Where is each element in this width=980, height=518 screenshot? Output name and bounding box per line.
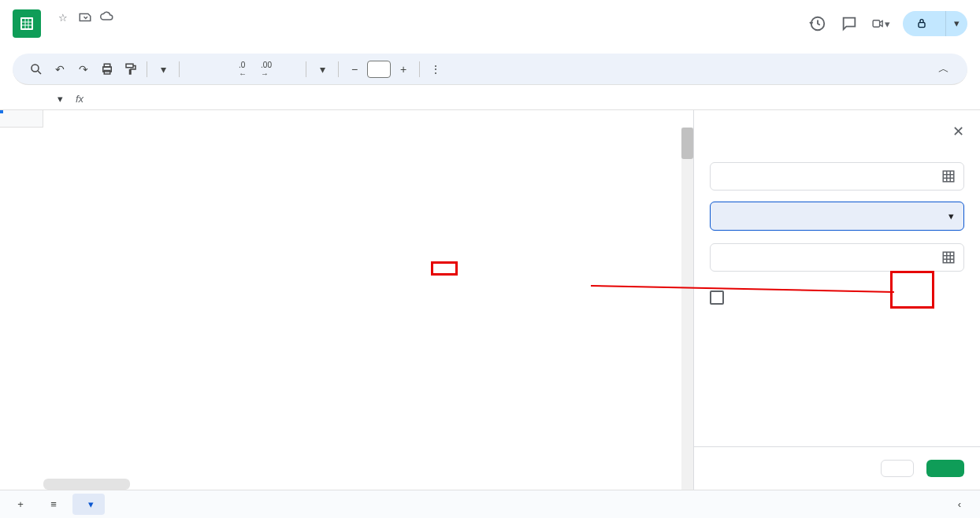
done-button[interactable] [926,460,964,477]
add-sheet-button[interactable]: + [6,494,35,516]
font-size-input[interactable] [367,61,391,78]
sheets-logo[interactable] [13,9,41,38]
currency-icon[interactable] [184,58,206,80]
multi-select-checkbox[interactable] [710,290,724,305]
select-source-range-icon[interactable] [941,250,956,265]
chevron-down-icon: ▾ [58,93,63,105]
svg-rect-7 [919,23,925,28]
vertical-scrollbar[interactable] [681,128,693,490]
fx-icon: fx [76,93,84,105]
condition-select[interactable]: ▾ [710,202,964,231]
annotation-label [431,261,458,276]
increase-decimal-icon[interactable]: .00→ [255,58,277,80]
svg-rect-18 [943,252,954,263]
apply-range-input-wrap [710,162,964,191]
delete-rule-button[interactable] [881,460,914,477]
close-icon[interactable]: ✕ [952,123,964,140]
search-icon[interactable] [25,58,47,80]
menu-insert[interactable] [91,30,104,36]
font-select[interactable]: ▾ [311,58,333,80]
move-icon[interactable] [77,9,93,25]
data-validation-sidebar: ✕ ▾ [693,110,980,490]
number-format-icon[interactable] [279,58,301,80]
menu-file[interactable] [49,30,61,36]
menu-tools[interactable] [134,30,147,36]
more-tools-icon[interactable]: ⋮ [425,58,447,80]
name-box[interactable]: ▾ [6,93,69,105]
annotation-target-box [890,271,934,309]
paint-format-icon[interactable] [120,58,142,80]
svg-rect-10 [104,64,110,67]
font-size-decrease[interactable]: − [343,58,366,80]
apply-range-input[interactable] [718,170,941,183]
source-range-input-wrap [710,243,964,272]
explore-chevron-icon[interactable]: ‹ [945,494,974,516]
undo-icon[interactable]: ↶ [49,58,71,80]
font-size-increase[interactable]: + [392,58,414,80]
horizontal-scrollbar[interactable] [43,479,130,490]
menu-data[interactable] [120,30,132,36]
svg-rect-1 [22,19,32,28]
zoom-select[interactable]: ▾ [152,58,174,80]
print-icon[interactable] [96,58,118,80]
menu-format[interactable] [106,30,118,36]
share-dropdown[interactable]: ▾ [945,11,967,36]
svg-rect-12 [126,64,133,68]
formula-input[interactable] [90,93,974,105]
decrease-decimal-icon[interactable]: .0← [232,58,254,80]
source-range-input[interactable] [718,251,941,264]
meet-icon[interactable]: ▾ [871,14,890,33]
share-button[interactable] [903,11,945,36]
chevron-down-icon: ▾ [948,210,954,222]
menu-edit[interactable] [63,30,76,36]
menu-view[interactable] [77,30,90,36]
star-icon[interactable]: ☆ [55,9,71,25]
menu-bar [49,30,808,36]
spreadsheet-grid[interactable] [0,110,693,490]
sheet-tab[interactable]: ▾ [72,494,105,515]
menu-help[interactable] [162,30,175,36]
redo-icon[interactable]: ↷ [72,58,95,80]
chevron-down-icon: ▾ [88,498,94,510]
sheet-tab-bar: + ≡ ▾ ‹ [0,490,980,518]
menu-extensions[interactable] [148,30,161,36]
svg-rect-13 [943,171,954,182]
percent-icon[interactable] [208,58,230,80]
collapse-toolbar-icon[interactable]: ︿ [933,58,955,80]
toolbar: ↶ ↷ ▾ .0← .00→ ▾ − + ⋮ ︿ [13,54,967,85]
svg-point-8 [32,65,39,72]
history-icon[interactable] [808,14,827,33]
select-all-corner[interactable] [0,110,43,128]
all-sheets-button[interactable]: ≡ [39,494,68,516]
svg-rect-6 [873,20,880,28]
comment-icon[interactable] [840,14,859,33]
select-range-icon[interactable] [941,169,956,183]
cloud-status-icon[interactable] [99,9,115,25]
